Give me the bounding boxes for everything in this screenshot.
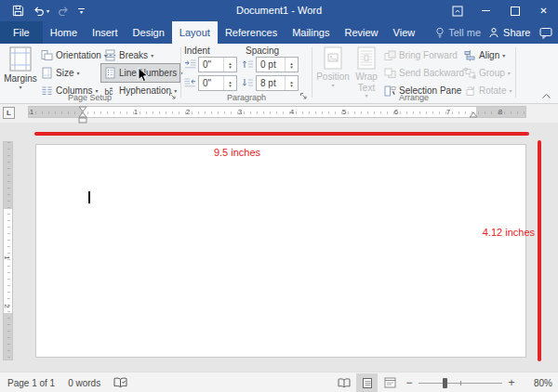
collapse-ribbon-button[interactable] [541, 93, 551, 99]
undo-button[interactable]: ▾ [33, 6, 49, 17]
tab-references[interactable]: References [218, 21, 285, 44]
ruler-number: 1 [3, 255, 11, 259]
share-button[interactable]: Share [488, 27, 530, 38]
tab-design[interactable]: Design [126, 21, 172, 44]
zoom-in-button[interactable]: + [504, 376, 519, 389]
chevron-down-icon: ▾ [76, 71, 79, 76]
indent-left-spinner[interactable]: ▴ ▾ [223, 58, 236, 72]
tab-review[interactable]: Review [338, 21, 386, 44]
send-backward-label: Send Backward [399, 68, 464, 78]
breaks-label: Breaks [119, 50, 148, 60]
chevron-down-icon: ▾ [80, 10, 83, 14]
zoom-level[interactable]: 80% [523, 378, 552, 388]
ruler-number: 2 [186, 108, 190, 116]
proofing-status-button[interactable] [113, 377, 127, 388]
ruler-number: 7 [446, 108, 450, 116]
indent-left-input[interactable]: 0" ▴ ▾ [198, 57, 237, 72]
indent-left-icon [184, 59, 196, 70]
tab-insert[interactable]: Insert [85, 21, 126, 44]
margins-icon [9, 46, 32, 72]
vertical-ruler[interactable]: 1 2 [3, 141, 13, 360]
position-icon [324, 46, 342, 70]
zoom-slider[interactable] [418, 383, 502, 384]
group-objects-button[interactable]: Group ▾ [464, 64, 511, 82]
horizontal-ruler[interactable]: 1 1 2 3 4 5 6 7 8 [28, 106, 526, 118]
group-separator [312, 47, 312, 98]
spacing-before-icon [242, 59, 254, 70]
close-button[interactable]: ✕ [529, 0, 558, 21]
chevron-down-icon: ▾ [508, 71, 511, 76]
undo-dropdown-icon[interactable]: ▾ [46, 8, 49, 14]
web-layout-button[interactable] [379, 373, 401, 392]
bring-forward-button[interactable]: Bring Forward ▾ [384, 46, 469, 64]
orientation-button[interactable]: Orientation ▾ [41, 46, 107, 64]
comments-button[interactable] [539, 27, 552, 39]
align-button[interactable]: Align ▾ [464, 46, 505, 64]
tab-layout[interactable]: Layout [172, 21, 218, 44]
ruler-ticks [29, 111, 525, 114]
wrap-text-button[interactable]: Wrap Text ▾ [352, 46, 381, 98]
page-height-annotation-line [538, 140, 541, 361]
document-page[interactable] [35, 144, 526, 358]
size-label: Size [56, 68, 73, 78]
tab-bar-right: Share [488, 21, 558, 44]
margins-button[interactable]: Margins ▾ [2, 46, 39, 90]
zoom-slider-handle[interactable] [443, 378, 447, 388]
page-setup-group-label: Page Setup [0, 93, 179, 102]
maximize-button[interactable] [500, 0, 529, 21]
minimize-button[interactable] [472, 0, 500, 21]
spacing-before-input[interactable]: 0 pt ▴ ▾ [256, 57, 299, 72]
send-backward-button[interactable]: Send Backward ▾ [384, 64, 473, 82]
word-window: ▾ ▾ Document1 - Word ✕ [0, 0, 558, 392]
save-button[interactable] [12, 5, 24, 17]
indent-right-value: 0" [199, 78, 223, 88]
tab-file[interactable]: File [0, 21, 43, 44]
breaks-button[interactable]: Breaks ▾ [104, 46, 153, 64]
spacing-after-spinner[interactable]: ▴ ▾ [285, 76, 298, 90]
ruler-number: 3 [238, 108, 242, 116]
ruler-number: 5 [342, 108, 346, 116]
group-separator [515, 47, 516, 98]
tell-me-box[interactable]: Tell me [428, 21, 488, 44]
save-icon [12, 5, 24, 17]
text-cursor [88, 191, 90, 203]
indent-right-input[interactable]: 0" ▴ ▾ [198, 75, 237, 91]
chevron-down-icon: ▾ [502, 53, 505, 59]
ruler-ticks [7, 142, 10, 359]
read-mode-button[interactable] [333, 373, 354, 392]
margins-label: Margins [4, 73, 37, 85]
undo-icon [33, 6, 45, 17]
zoom-out-button[interactable]: − [402, 376, 417, 389]
ruler-number: 1 [30, 108, 33, 116]
size-button[interactable]: Size ▾ [41, 64, 79, 82]
page-setup-dialog-launcher[interactable] [168, 92, 177, 100]
tab-home[interactable]: Home [43, 21, 85, 44]
redo-button[interactable] [58, 6, 70, 17]
customize-quick-access-button[interactable]: ▾ [78, 8, 85, 14]
ribbon-display-options-button[interactable] [443, 0, 472, 21]
word-count[interactable]: 0 words [68, 378, 100, 388]
ruler-number: 8 [498, 108, 502, 116]
indent-right-spinner[interactable]: ▴ ▾ [223, 76, 236, 90]
close-icon: ✕ [539, 6, 547, 16]
indent-markers[interactable] [78, 106, 87, 124]
group-separator [180, 47, 181, 98]
tab-stop-selector[interactable]: L [3, 107, 15, 119]
ruler-number: 1 [134, 108, 138, 116]
print-layout-button[interactable] [356, 373, 378, 392]
lightbulb-icon [435, 27, 445, 39]
bring-forward-icon [384, 50, 396, 61]
chevron-down-icon: ▾ [151, 53, 153, 59]
spacing-before-spinner[interactable]: ▴ ▾ [285, 58, 298, 72]
spacing-before-value: 0 pt [257, 59, 285, 70]
spacing-after-input[interactable]: 8 pt ▴ ▾ [256, 75, 299, 91]
position-button[interactable]: Position ▾ [316, 46, 350, 88]
page-indicator[interactable]: Page 1 of 1 [7, 378, 55, 388]
right-indent-marker[interactable] [469, 111, 478, 118]
minimize-icon [482, 10, 490, 11]
tab-view[interactable]: View [386, 21, 423, 44]
ribbon-tab-bar: File Home Insert Design Layout Reference… [0, 21, 558, 44]
paragraph-dialog-launcher[interactable] [299, 92, 308, 100]
tab-mailings[interactable]: Mailings [285, 21, 337, 44]
page-width-annotation-line [34, 132, 529, 136]
